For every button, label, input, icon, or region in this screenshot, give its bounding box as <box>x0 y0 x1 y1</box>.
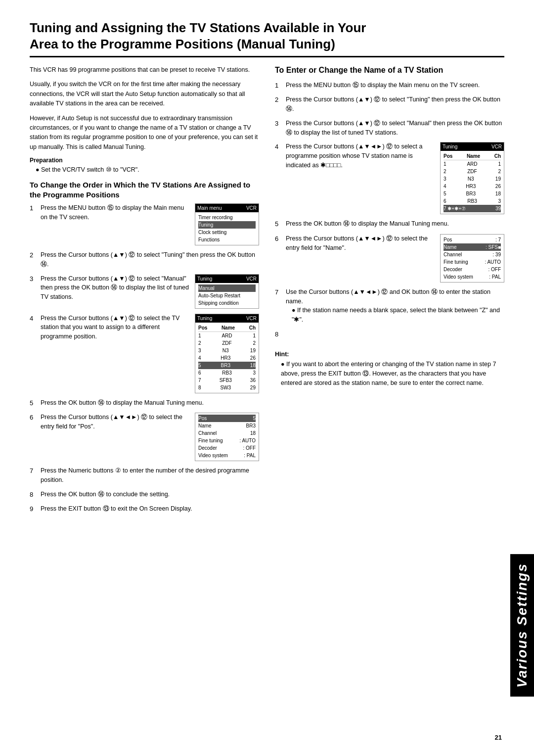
main-menu-screen: Main menu VCR Timer recording Tuning Clo… <box>195 203 259 245</box>
title-line2: Area to the Programme Positions (Manual … <box>30 37 335 51</box>
step-9-text: Press the EXIT button ⑬ to exit the On S… <box>41 505 192 512</box>
step-2: 2 Press the Cursor buttons (▲▼) ⑫ to sel… <box>30 250 259 269</box>
step-7: 7 Press the Numeric buttons ② to enter t… <box>30 466 259 485</box>
step-2-text: Press the Cursor buttons (▲▼) ⑫ to selec… <box>41 251 255 268</box>
vertical-settings-label: Various Settings <box>510 554 534 697</box>
title-line1: Tuning and Assigning the TV Stations Ava… <box>30 20 366 35</box>
s2-step-2: 2 Press the Cursor buttons (▲▼) ⑫ to sel… <box>275 95 504 114</box>
hint-label: Hint: <box>275 351 504 358</box>
step-6: 6 Press the Cursor buttons (▲▼◄►) ⑫ to s… <box>30 413 259 461</box>
step-9: 9 Press the EXIT button ⑬ to exit the On… <box>30 504 259 514</box>
hint-text: ● If you want to abort the entering or c… <box>281 360 504 387</box>
section2-title: To Enter or Change the Name of a TV Stat… <box>275 65 504 76</box>
step-8-text: Press the OK button ⑭ to conclude the se… <box>41 491 170 498</box>
s2-step-2-text: Press the Cursor buttons (▲▼) ⑫ to selec… <box>286 96 500 112</box>
manual-tuning-screen: Pos5 NameBR3 Channel18 Fine tuning: AUTO… <box>195 413 259 461</box>
step-1: 1 Press the MENU button ⑮ to display the… <box>30 203 259 245</box>
tuning-list-screen: Tuning VCR PosNameCh 1ARD1 2ZDF2 3N319 4… <box>195 314 259 393</box>
s2-step-7-text: Use the Cursor buttons (▲▼◄►) ⑫ and OK b… <box>286 288 490 305</box>
step-7-text: Press the Numeric buttons ② to enter the… <box>41 467 249 483</box>
hint-section: Hint: ● If you want to abort the enterin… <box>275 351 504 387</box>
s2-step-5-text: Press the OK button ⑭ to display the Man… <box>286 220 449 227</box>
intro-para-1: This VCR has 99 programme positions that… <box>30 65 259 75</box>
s2-step-4: 4 Press the Cursor buttons (▲▼◄►) ⑫ to s… <box>275 142 504 214</box>
right-column: To Enter or Change the Name of a TV Stat… <box>275 65 504 519</box>
section1-steps: 1 Press the MENU button ⑮ to display the… <box>30 203 259 514</box>
s2-step-8: 8 <box>275 330 504 339</box>
intro-text: This VCR has 99 programme positions that… <box>30 65 259 152</box>
step-5-text: Press the OK button ⑭ to display the Man… <box>41 399 204 406</box>
s2-step-1-text: Press the MENU button ⑮ to display the M… <box>286 82 480 89</box>
section1-title: To Change the Order in Which the TV Stat… <box>30 180 259 199</box>
s2-step-3-text: Press the Cursor buttons (▲▼) ⑫ to selec… <box>286 120 502 136</box>
prep-label: Preparation <box>30 157 259 164</box>
step-1-text: Press the MENU button ⑮ to display the M… <box>41 204 184 221</box>
s2-step-4-text: Press the Cursor buttons (▲▼◄►) ⑫ to sel… <box>286 143 422 169</box>
s2-step-7: 7 Use the Cursor buttons (▲▼◄►) ⑫ and OK… <box>275 287 504 325</box>
step-3-text: Press the Cursor buttons (▲▼) ⑫ to selec… <box>41 275 189 301</box>
s2-step-3: 3 Press the Cursor buttons (▲▼) ⑫ to sel… <box>275 119 504 138</box>
intro-para-3: However, if Auto Setup is not successful… <box>30 114 259 152</box>
prep-item: ● Set the VCR/TV switch ⑩ to "VCR". <box>36 166 259 173</box>
intro-para-2: Usually, if you switch the VCR on for th… <box>30 80 259 108</box>
step-4: 4 Press the Cursor buttons (▲▼) ⑫ to sel… <box>30 314 259 393</box>
s2-step-5: 5 Press the OK button ⑭ to display the M… <box>275 219 504 229</box>
preparation-section: Preparation ● Set the VCR/TV switch ⑩ to… <box>30 157 259 173</box>
s2-manual-tuning-screen: Pos: 7 Name: SFS■ Channel: 39 Fine tunin… <box>440 234 504 283</box>
s2-step-1: 1 Press the MENU button ⑮ to display the… <box>275 81 504 91</box>
step-5: 5 Press the OK button ⑭ to display the M… <box>30 398 259 408</box>
left-column: This VCR has 99 programme positions that… <box>30 65 259 519</box>
section2-steps: 1 Press the MENU button ⑮ to display the… <box>275 81 504 339</box>
s2-step-7a-text: ● If the station name needs a blank spac… <box>292 307 500 323</box>
s2-step-6: 6 Press the Cursor buttons (▲▼◄►) ⑫ to s… <box>275 234 504 283</box>
page-title: Tuning and Assigning the TV Stations Ava… <box>30 20 504 57</box>
step-4-text: Press the Cursor buttons (▲▼) ⑫ to selec… <box>41 315 179 340</box>
s2-step-6-text: Press the Cursor buttons (▲▼◄►) ⑫ to sel… <box>286 235 428 251</box>
step-8: 8 Press the OK button ⑭ to conclude the … <box>30 490 259 500</box>
page-number: 21 <box>495 734 502 741</box>
s2-tuning-list-screen: Tuning VCR PosNameCh 1ARD1 2ZDF2 3N319 4… <box>440 142 504 214</box>
tuning-menu-screen: Tuning VCR Manual Auto-Setup Restart Shi… <box>195 274 259 309</box>
step-6-text: Press the Cursor buttons (▲▼◄►) ⑫ to sel… <box>41 414 182 430</box>
step-3: 3 Press the Cursor buttons (▲▼) ⑫ to sel… <box>30 274 259 309</box>
